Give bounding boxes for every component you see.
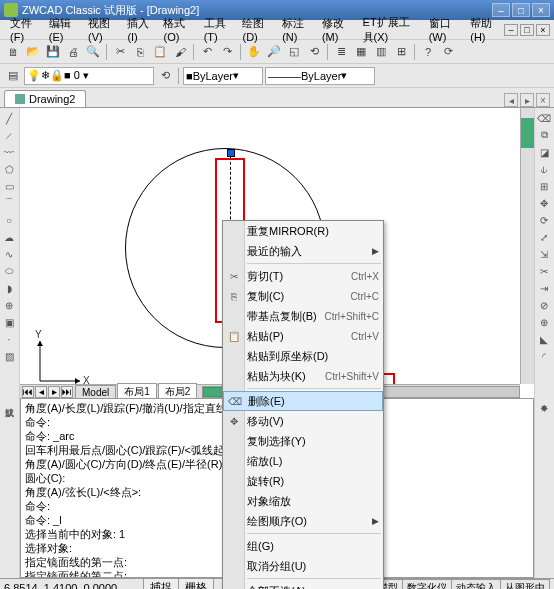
insert-icon[interactable]: ⊕: [1, 297, 17, 313]
mirror-icon[interactable]: ◪: [536, 144, 552, 160]
menu-insert[interactable]: 插入(I): [121, 14, 157, 45]
doc-tab-active[interactable]: Drawing2: [4, 90, 86, 107]
context-item[interactable]: ⌫删除(E): [223, 391, 383, 411]
zoom-win-icon[interactable]: ◱: [285, 43, 303, 61]
ref-icon[interactable]: ⟳: [439, 43, 457, 61]
rect-icon[interactable]: ▭: [1, 178, 17, 194]
context-item[interactable]: ⎘复制(C)Ctrl+C: [223, 286, 383, 306]
offset-icon[interactable]: ⫝: [536, 161, 552, 177]
menu-view[interactable]: 视图(V): [82, 14, 121, 45]
spline-icon[interactable]: ∿: [1, 246, 17, 262]
trim-icon[interactable]: ✂: [536, 263, 552, 279]
context-item[interactable]: 重复MIRROR(R): [223, 221, 383, 241]
first-tab-icon[interactable]: ⏮: [22, 386, 34, 398]
arc-icon[interactable]: ⌒: [1, 195, 17, 211]
pline-icon[interactable]: 〰: [1, 144, 17, 160]
rotate-icon[interactable]: ⟳: [536, 212, 552, 228]
circle-icon[interactable]: ○: [1, 212, 17, 228]
menu-help[interactable]: 帮助(H): [464, 14, 504, 45]
model-tab[interactable]: Model: [75, 385, 116, 399]
ellipse-icon[interactable]: ⬭: [1, 263, 17, 279]
paste-icon[interactable]: 📋: [151, 43, 169, 61]
mtext-icon[interactable]: 默认成: [1, 400, 17, 402]
context-item[interactable]: 绘图顺序(O)▶: [223, 511, 383, 531]
tablet-toggle[interactable]: 数字化仪: [402, 579, 452, 590]
toolpal-icon[interactable]: ▥: [372, 43, 390, 61]
next-tab-icon[interactable]: ▸: [48, 386, 60, 398]
zoom-prev-icon[interactable]: ⟲: [305, 43, 323, 61]
erase-icon[interactable]: ⌫: [536, 110, 552, 126]
color-dropdown[interactable]: ■ ByLayer ▾: [183, 67, 263, 85]
revcloud-icon[interactable]: ☁: [1, 229, 17, 245]
tab-left-icon[interactable]: ◂: [504, 93, 518, 107]
explode-icon[interactable]: ✸: [536, 400, 552, 416]
context-item[interactable]: 旋转(R): [223, 471, 383, 491]
designcenter-icon[interactable]: ▦: [352, 43, 370, 61]
pan-icon[interactable]: ✋: [245, 43, 263, 61]
linetype-dropdown[interactable]: ——— ByLayer ▾: [265, 67, 375, 85]
fillet-icon[interactable]: ◜: [536, 348, 552, 364]
move-icon[interactable]: ✥: [536, 195, 552, 211]
calc-icon[interactable]: ⊞: [392, 43, 410, 61]
new-icon[interactable]: 🗎: [4, 43, 22, 61]
menu-draw[interactable]: 绘图(D): [236, 14, 276, 45]
context-item[interactable]: 全部不选(A): [223, 581, 383, 589]
save-icon[interactable]: 💾: [44, 43, 62, 61]
menu-edit[interactable]: 编辑(E): [43, 14, 82, 45]
xline-icon[interactable]: ⟋: [1, 127, 17, 143]
menu-window[interactable]: 窗口(W): [423, 14, 465, 45]
layout-tab[interactable]: 布局2: [158, 383, 198, 398]
layer-dropdown[interactable]: 💡❄🔒■ 0 ▾: [24, 67, 154, 85]
ellipsearc-icon[interactable]: ◗: [1, 280, 17, 296]
hatch-icon[interactable]: ▨: [1, 348, 17, 364]
props-icon[interactable]: ≣: [332, 43, 350, 61]
context-item[interactable]: 取消分组(U): [223, 556, 383, 576]
extract-toggle[interactable]: 从图形中: [500, 579, 550, 590]
close-button[interactable]: ×: [532, 3, 550, 17]
doc-close-button[interactable]: ×: [536, 24, 550, 36]
menu-modify[interactable]: 修改(M): [316, 14, 357, 45]
context-item[interactable]: 粘贴为块(K)Ctrl+Shift+V: [223, 366, 383, 386]
block-icon[interactable]: ▣: [1, 314, 17, 330]
menu-dim[interactable]: 标注(N): [276, 14, 316, 45]
context-item[interactable]: 组(G): [223, 536, 383, 556]
context-item[interactable]: 粘贴到原坐标(D): [223, 346, 383, 366]
preview-icon[interactable]: 🔍: [84, 43, 102, 61]
layer-prev-icon[interactable]: ⟲: [156, 67, 174, 85]
context-item[interactable]: 对象缩放: [223, 491, 383, 511]
snap-toggle[interactable]: 捕捉: [143, 578, 179, 589]
dyn-toggle[interactable]: 动态输入: [451, 579, 501, 590]
layout-tab[interactable]: 布局1: [117, 383, 157, 398]
context-item[interactable]: 最近的输入▶: [223, 241, 383, 261]
open-icon[interactable]: 📂: [24, 43, 42, 61]
doc-minimize-button[interactable]: –: [504, 24, 518, 36]
break-icon[interactable]: ⊘: [536, 297, 552, 313]
stretch-icon[interactable]: ⇲: [536, 246, 552, 262]
last-tab-icon[interactable]: ⏭: [61, 386, 73, 398]
grid-toggle[interactable]: 栅格: [178, 578, 214, 589]
vertical-scrollbar[interactable]: [520, 108, 534, 384]
context-item[interactable]: ✥移动(V): [223, 411, 383, 431]
context-item[interactable]: 带基点复制(B)Ctrl+Shift+C: [223, 306, 383, 326]
match-icon[interactable]: 🖌: [171, 43, 189, 61]
context-item[interactable]: 缩放(L): [223, 451, 383, 471]
extend-icon[interactable]: ⇥: [536, 280, 552, 296]
line-icon[interactable]: ╱: [1, 110, 17, 126]
tab-right-icon[interactable]: ▸: [520, 93, 534, 107]
context-item[interactable]: 📋粘贴(P)Ctrl+V: [223, 326, 383, 346]
copy-icon[interactable]: ⎘: [131, 43, 149, 61]
scale-icon[interactable]: ⤢: [536, 229, 552, 245]
layer-props-icon[interactable]: ▤: [4, 67, 22, 85]
copyobj-icon[interactable]: ⧉: [536, 127, 552, 143]
chamfer-icon[interactable]: ◣: [536, 331, 552, 347]
menu-file[interactable]: 文件(F): [4, 14, 43, 45]
undo-icon[interactable]: ↶: [198, 43, 216, 61]
prev-tab-icon[interactable]: ◂: [35, 386, 47, 398]
print-icon[interactable]: 🖨: [64, 43, 82, 61]
context-item[interactable]: 复制选择(Y): [223, 431, 383, 451]
menu-et[interactable]: ET扩展工具(X): [357, 13, 423, 47]
tab-close-icon[interactable]: ×: [536, 93, 550, 107]
maximize-button[interactable]: □: [512, 3, 530, 17]
zoom-rt-icon[interactable]: 🔎: [265, 43, 283, 61]
help-icon[interactable]: ?: [419, 43, 437, 61]
